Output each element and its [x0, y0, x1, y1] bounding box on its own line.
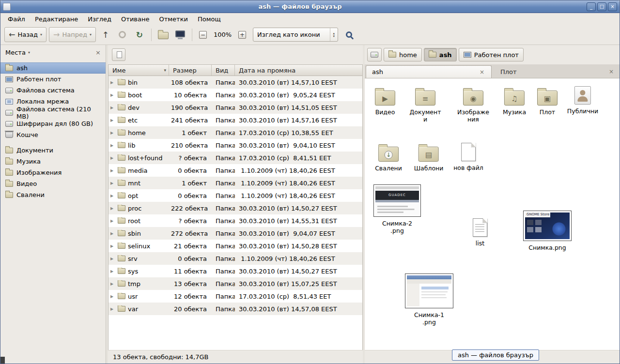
expander-icon[interactable]: ▶	[110, 156, 115, 160]
table-row[interactable]: ▶ bin 108 обекта Папка 30.03.2010 (вт) 1…	[108, 76, 362, 89]
expander-icon[interactable]: ▶	[110, 80, 115, 85]
file-item[interactable]: Публични	[567, 85, 598, 115]
file-item[interactable]: ▤ Шаблони	[414, 142, 444, 172]
file-item[interactable]: ◉ Изображения	[457, 86, 490, 123]
tab[interactable]: Плот ×	[495, 65, 620, 78]
pathbar-root-button[interactable]	[367, 48, 382, 61]
computer-button[interactable]	[173, 28, 187, 42]
forward-button[interactable]: → Напред ▾	[49, 27, 96, 42]
expander-icon[interactable]: ▶	[110, 93, 115, 97]
menu-item[interactable]: Отметки	[155, 14, 192, 24]
table-row[interactable]: ▶ selinux 21 обекта Папка 30.03.2010 (вт…	[108, 240, 362, 252]
expander-icon[interactable]: ▶	[110, 269, 115, 273]
titlebar[interactable]: ash — файлов браузър _ □ ×	[0, 0, 620, 13]
table-row[interactable]: ▶ opt 0 обекта Папка 1.10.2009 (чт) 18,4…	[108, 189, 362, 202]
table-row[interactable]: ▶ tmp 13 обекта Папка 30.03.2010 (вт) 15…	[108, 277, 362, 290]
back-dropdown-icon[interactable]: ▾	[40, 32, 42, 37]
sidebar-item[interactable]: Музика	[0, 156, 106, 167]
sidebar-item[interactable]: ash	[0, 62, 106, 74]
breadcrumb-button[interactable]: ash	[424, 48, 457, 61]
tab[interactable]: ash ×	[366, 65, 492, 78]
expander-icon[interactable]: ▶	[110, 168, 115, 173]
expander-icon[interactable]: ▶	[110, 257, 115, 261]
tab-close-icon[interactable]: ×	[479, 69, 485, 76]
expander-icon[interactable]: ▶	[110, 231, 115, 236]
file-item[interactable]: ↓ Свалени	[375, 142, 402, 172]
icon-view[interactable]: ▶ Видео ≡ Документи ◉ Изображения ♫ Музи…	[365, 78, 620, 350]
expander-icon[interactable]: ▶	[110, 307, 115, 311]
expander-icon[interactable]: ▶	[110, 194, 115, 198]
zoom-out-button[interactable]: −	[197, 29, 209, 41]
breadcrumb-button[interactable]: home	[384, 48, 422, 61]
file-item[interactable]: ≡ Документи	[409, 86, 442, 123]
table-row[interactable]: ▶ sbin 272 обекта Папка 30.03.2010 (вт) …	[108, 227, 362, 240]
table-row[interactable]: ▶ srv 0 обекта Папка 1.10.2009 (чт) 18,4…	[108, 252, 362, 265]
menu-item[interactable]: Редактиране	[31, 14, 82, 24]
home-button[interactable]	[156, 28, 170, 42]
sidebar-title-button[interactable]: Места ▾	[5, 49, 93, 56]
expander-icon[interactable]: ▶	[110, 206, 115, 211]
sidebar-item[interactable]: Работен плот	[0, 74, 106, 85]
file-item[interactable]: GUADEC Снимка-2.png	[373, 184, 421, 234]
search-button[interactable]	[341, 27, 357, 42]
sidebar-close-icon[interactable]: ×	[95, 49, 101, 56]
sidebar-item[interactable]: Кошче	[0, 129, 106, 140]
column-header-type[interactable]: Вид	[212, 65, 235, 76]
sidebar-item[interactable]: Свалени	[0, 189, 106, 200]
reload-button[interactable]: ↻	[132, 28, 147, 42]
menu-item[interactable]: Файл	[3, 14, 30, 24]
column-header-date[interactable]: Дата на промяна	[235, 65, 362, 76]
expander-icon[interactable]: ▶	[110, 106, 115, 110]
back-button[interactable]: ← Назад ▾	[4, 27, 46, 42]
file-item[interactable]: нов файл	[453, 142, 483, 171]
table-row[interactable]: ▶ home 1 обект Папка 17.03.2010 (ср) 10,…	[108, 126, 362, 139]
file-item[interactable]: GNOME Store Снимка.png	[523, 211, 572, 251]
file-item[interactable]: ▶ Видео	[375, 86, 395, 116]
up-button[interactable]: ↑	[98, 28, 113, 42]
tab-close-icon[interactable]: ×	[608, 68, 615, 75]
menu-item[interactable]: Изглед	[83, 14, 116, 24]
breadcrumb-button[interactable]: Работен плот	[459, 48, 524, 61]
zoom-in-button[interactable]: +	[236, 29, 248, 41]
table-row[interactable]: ▶ media 0 обекта Папка 1.10.2009 (чт) 18…	[108, 164, 362, 177]
expander-icon[interactable]: ▶	[110, 131, 115, 135]
expander-icon[interactable]: ▶	[110, 143, 115, 148]
minimize-button[interactable]: _	[587, 2, 596, 11]
table-row[interactable]: ▶ var 20 обекта Папка 30.03.2010 (вт) 14…	[108, 303, 362, 315]
column-header-name[interactable]: Име ▾	[108, 65, 169, 76]
table-row[interactable]: ▶ mnt 1 обект Папка 1.10.2009 (чт) 18,40…	[108, 177, 362, 189]
table-row[interactable]: ▶ root ? обекта Папка 30.03.2010 (вт) 14…	[108, 214, 362, 227]
file-item[interactable]: list	[473, 217, 487, 247]
file-item[interactable]: ▣ Плот	[537, 86, 558, 116]
expander-icon[interactable]: ▶	[110, 294, 115, 299]
sidebar-item[interactable]: Документи	[0, 145, 106, 156]
sidebar-item[interactable]: Файлова система	[0, 85, 106, 96]
table-row[interactable]: ▶ usr 12 обекта Папка 17.03.2010 (ср) 8,…	[108, 290, 362, 303]
expander-icon[interactable]: ▶	[110, 118, 115, 122]
expander-icon[interactable]: ▶	[110, 244, 115, 248]
table-row[interactable]: ▶ lib 210 обекта Папка 30.03.2010 (вт) 9…	[108, 139, 362, 152]
maximize-button[interactable]: □	[597, 2, 606, 11]
expander-icon[interactable]: ▶	[110, 219, 115, 223]
root-location-button[interactable]	[112, 48, 125, 61]
table-row[interactable]: ▶ proc 222 обекта Папка 30.03.2010 (вт) …	[108, 202, 362, 214]
table-row[interactable]: ▶ sys 11 обекта Папка 30.03.2010 (вт) 14…	[108, 265, 362, 277]
view-mode-select[interactable]: Изглед като икони ▴▾	[253, 28, 338, 42]
expander-icon[interactable]: ▶	[110, 282, 115, 286]
menu-item[interactable]: Помощ	[193, 14, 225, 24]
sidebar-item[interactable]: Шифриран дял (80 GB)	[0, 118, 106, 129]
sidebar-item[interactable]: Видео	[0, 178, 106, 189]
file-item[interactable]: Снимка-1.png	[405, 273, 453, 326]
table-row[interactable]: ▶ dev 190 обекта Папка 30.03.2010 (вт) 1…	[108, 101, 362, 114]
window-menu-icon[interactable]	[3, 3, 11, 11]
table-row[interactable]: ▶ boot 10 обекта Папка 30.03.2010 (вт) 9…	[108, 89, 362, 101]
close-button[interactable]: ×	[608, 2, 617, 11]
expander-icon[interactable]: ▶	[110, 181, 115, 185]
sidebar-item[interactable]: Файлова система (210 MB)	[0, 107, 106, 118]
table-row[interactable]: ▶ lost+found ? обекта Папка 17.03.2010 (…	[108, 152, 362, 164]
table-row[interactable]: ▶ etc 241 обекта Папка 30.03.2010 (вт) 1…	[108, 114, 362, 126]
menu-item[interactable]: Отиване	[117, 14, 154, 24]
column-header-size[interactable]: Размер	[169, 65, 212, 76]
file-item[interactable]: ♫ Музика	[503, 86, 526, 116]
sidebar-item[interactable]: Изображения	[0, 167, 106, 178]
